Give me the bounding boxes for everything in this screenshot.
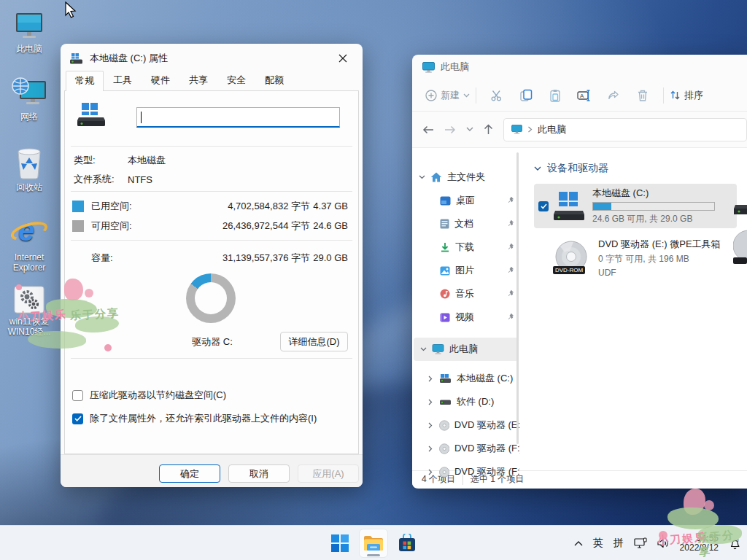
pin-icon (507, 289, 514, 297)
separator (71, 146, 352, 147)
sort-button[interactable]: 排序 (670, 89, 703, 102)
nav-item-label: 主文件夹 (447, 171, 485, 184)
nav-item-videos[interactable]: 视频 (412, 306, 520, 329)
desktop-icon-win11-restore[interactable]: win11恢复WIN10经... (1, 280, 58, 337)
ime-language-pinyin[interactable]: 拼 (614, 537, 624, 550)
used-space-bytes: 4,702,584,832 字节 (201, 200, 310, 213)
paste-button[interactable] (541, 89, 570, 102)
dialog-titlebar[interactable]: 本地磁盘 (C:) 属性 (61, 44, 363, 73)
file-explorer-taskbar-button[interactable] (359, 529, 388, 558)
forward-icon[interactable] (444, 125, 456, 134)
ime-language-english[interactable]: 英 (593, 537, 603, 550)
ok-button[interactable]: 确定 (159, 464, 220, 483)
tab-tools[interactable]: 工具 (104, 70, 142, 90)
desktop-icon-recycle-bin[interactable]: 回收站 (1, 146, 58, 192)
pin-icon (507, 196, 514, 203)
drive-c-info: 本地磁盘 (C:) 24.6 GB 可用, 共 29.0 GB (592, 187, 715, 225)
back-icon[interactable] (422, 125, 434, 134)
nav-item-label: 软件 (D:) (457, 395, 494, 408)
section-devices-and-drives[interactable]: 设备和驱动器 (534, 160, 747, 177)
nav-item-pictures[interactable]: 图片 (412, 259, 520, 282)
rename-icon: A (577, 89, 592, 102)
nav-item-dvd-e[interactable]: DVD 驱动器 (E:) (412, 413, 520, 437)
dialog-title: 本地磁盘 (C:) 属性 (90, 52, 168, 65)
document-icon (440, 219, 449, 229)
recent-chevron-icon[interactable] (466, 127, 473, 132)
paste-icon (549, 89, 562, 102)
nav-item-label: 桌面 (456, 194, 475, 207)
clock[interactable]: 14:55 2022/8/12 (680, 534, 719, 553)
tab-quota[interactable]: 配额 (255, 70, 293, 90)
used-space-swatch (72, 201, 84, 212)
nav-item-dvd-f2[interactable]: DVD 驱动器 (F:) (412, 460, 520, 483)
compress-checkbox[interactable] (72, 390, 83, 401)
dvd-icon (439, 420, 449, 431)
used-space-size: 4.37 GB (310, 201, 358, 211)
start-button[interactable] (325, 529, 355, 558)
volume-tray-icon[interactable] (657, 538, 670, 548)
share-button[interactable] (599, 89, 628, 102)
network-icon (1, 75, 58, 109)
up-icon[interactable] (484, 124, 493, 135)
network-tray-icon[interactable] (634, 537, 647, 549)
desktop-icon-label: 网络 (1, 112, 58, 122)
index-checkbox[interactable] (72, 413, 83, 424)
tab-security[interactable]: 安全 (217, 70, 255, 90)
nav-item-documents[interactable]: 文档 (412, 212, 520, 236)
nav-item-desktop[interactable]: 桌面 (412, 189, 520, 212)
dvd-rom-icon: DVD-ROM (553, 241, 591, 276)
partial-drive-d-icon (733, 184, 747, 217)
cancel-button[interactable]: 取消 (228, 464, 290, 483)
volume-label-input[interactable] (136, 107, 340, 128)
index-checkbox-row[interactable]: 除了文件属性外，还允许索引此驱动器上文件的内容(I) (65, 411, 358, 427)
pin-icon (507, 313, 514, 320)
details-button[interactable]: 详细信息(D) (280, 332, 348, 351)
nav-item-dvd-f[interactable]: DVD 驱动器 (F:) (412, 437, 520, 460)
content-pane: 设备和驱动器 本地磁盘 (C:) 24.6 GB 可用, 共 29.0 GB (520, 148, 747, 470)
nav-item-drive-d[interactable]: 软件 (D:) (412, 390, 520, 413)
desktop-icon-internet-explorer[interactable]: e Internet Explorer (1, 213, 58, 273)
nav-item-music[interactable]: 音乐 (412, 282, 520, 306)
tab-hardware[interactable]: 硬件 (142, 70, 179, 90)
nav-item-drive-c[interactable]: 本地磁盘 (C:) (412, 367, 520, 390)
drive-free-text: 24.6 GB 可用, 共 29.0 GB (592, 213, 715, 225)
new-button[interactable]: 新建 (425, 89, 470, 102)
filesystem-row: 文件系统: NTFS (65, 170, 358, 189)
notification-bell-icon[interactable]: z (729, 537, 741, 550)
separator (71, 240, 352, 241)
drive-c-tile[interactable]: 本地磁盘 (C:) 24.6 GB 可用, 共 29.0 GB (534, 184, 737, 228)
nav-scrollbar[interactable] (516, 152, 519, 444)
explorer-window: 此电脑 新建 A (412, 55, 747, 489)
desktop-icon-this-pc[interactable]: 此电脑 (1, 7, 58, 54)
download-icon (440, 242, 450, 252)
nav-pane: 主文件夹 桌面 文档 下载 (412, 148, 520, 470)
copy-button[interactable] (511, 89, 541, 102)
taskbar: 英 拼 14:55 2022/8/12 z (0, 525, 747, 560)
desktop-icon-network[interactable]: 网络 (1, 75, 58, 122)
apply-button[interactable]: 应用(A) (298, 464, 359, 483)
pin-icon (507, 266, 514, 273)
tray-chevron-up-icon[interactable] (574, 540, 583, 546)
explorer-titlebar[interactable]: 此电脑 (412, 55, 747, 79)
close-button[interactable] (332, 49, 354, 68)
disk-usage-donut-chart (186, 273, 236, 323)
tab-general[interactable]: 常规 (66, 71, 104, 91)
tab-sharing[interactable]: 共享 (179, 70, 217, 90)
cut-button[interactable] (482, 89, 511, 102)
check-icon (541, 203, 547, 209)
internet-explorer-icon: e (1, 213, 58, 249)
microsoft-store-taskbar-button[interactable] (392, 529, 422, 558)
delete-button[interactable] (628, 89, 657, 102)
compress-checkbox-row[interactable]: 压缩此驱动器以节约磁盘空间(C) (65, 387, 358, 403)
capacity-label: 容量: (91, 252, 201, 265)
nav-item-this-pc[interactable]: 此电脑 (414, 338, 519, 361)
chevron-right-icon (428, 399, 433, 405)
address-box[interactable]: 此电脑 (503, 118, 747, 141)
chevron-right-icon (428, 469, 433, 475)
desktop-icon-label: 回收站 (1, 182, 58, 192)
nav-item-downloads[interactable]: 下载 (412, 236, 520, 259)
nav-item-home[interactable]: 主文件夹 (412, 166, 520, 189)
selected-checkbox[interactable] (538, 201, 549, 211)
dvd-e-tile[interactable]: DVD-ROM DVD 驱动器 (E:) 微PE工具箱 0 字节 可用, 共 1… (534, 235, 737, 281)
rename-button[interactable]: A (570, 89, 599, 102)
